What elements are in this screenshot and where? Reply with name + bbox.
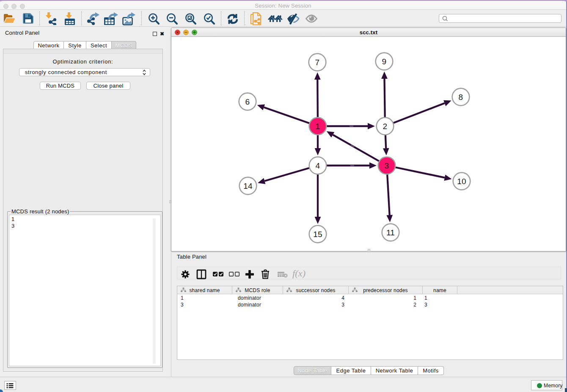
svg-text:7: 7 [315, 58, 320, 67]
svg-text:14: 14 [243, 182, 253, 190]
svg-text:15: 15 [313, 230, 322, 239]
svg-text:6: 6 [245, 97, 250, 106]
svg-text:10: 10 [457, 177, 466, 186]
svg-text:11: 11 [386, 228, 395, 237]
svg-text:4: 4 [316, 161, 320, 170]
svg-text:1: 1 [316, 122, 320, 131]
svg-text:3: 3 [385, 161, 389, 170]
svg-text:2: 2 [383, 122, 388, 131]
svg-text:8: 8 [459, 93, 463, 102]
svg-text:9: 9 [382, 57, 387, 66]
